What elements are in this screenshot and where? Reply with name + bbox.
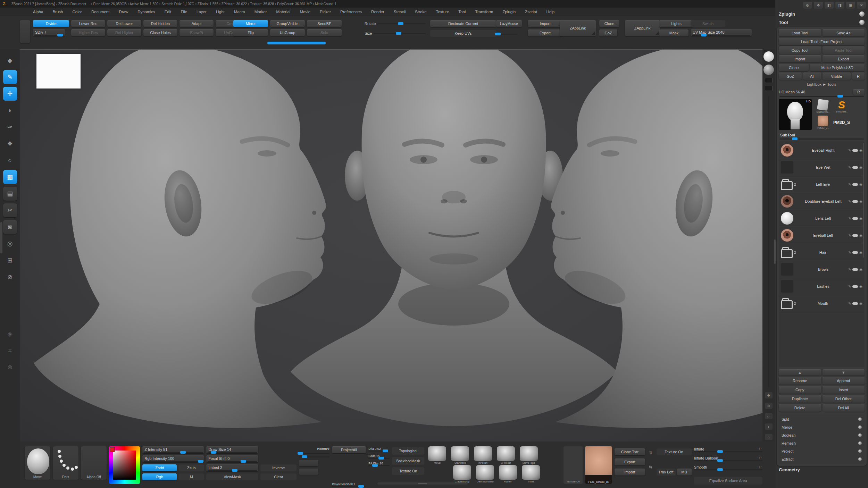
- deformation-handle[interactable]: [717, 459, 723, 462]
- subtool-down-button[interactable]: ▼: [823, 369, 865, 376]
- texture-action-button[interactable]: Export: [615, 458, 645, 465]
- make-polymesh3d-button[interactable]: Make PolyMesh3D: [810, 64, 865, 71]
- masking-toggle-button[interactable]: Topological: [392, 447, 424, 455]
- subtool-thumbnail[interactable]: [781, 195, 793, 208]
- load-tools-from-project-button[interactable]: Load Tools From Project: [779, 38, 865, 45]
- menu-item[interactable]: Movie: [300, 10, 310, 14]
- subtool-row[interactable]: Lens Left ✎ ◉: [779, 210, 864, 227]
- polypaint-toggle[interactable]: [852, 183, 858, 186]
- subtool-thumbnail[interactable]: [781, 300, 793, 309]
- palette-icon[interactable]: ▣: [846, 2, 855, 9]
- subtool-thumbnail[interactable]: [781, 263, 793, 276]
- projection-shell-handle[interactable]: [358, 485, 364, 488]
- geometry-button[interactable]: Close Holes: [143, 29, 177, 36]
- subtool-thumbnail[interactable]: [781, 181, 793, 190]
- focal-shift-slider[interactable]: Focal Shift 0: [206, 455, 258, 462]
- subtool-row[interactable]: 2 Left Eye ✎ ◉: [779, 176, 864, 193]
- polygroup-button[interactable]: Flip: [233, 29, 268, 36]
- left-toolbar-button[interactable]: ✎: [3, 70, 17, 84]
- subtool-thumbnail[interactable]: [781, 280, 793, 293]
- polygroup-button[interactable]: UnGroup: [270, 29, 305, 36]
- menu-item[interactable]: Edit: [165, 10, 172, 14]
- polypaint-toggle[interactable]: [852, 149, 858, 152]
- menu-item[interactable]: Brush: [52, 10, 63, 14]
- menu-item[interactable]: Zscript: [525, 10, 537, 14]
- menu-item[interactable]: Transform: [475, 10, 493, 14]
- rgb-toggle[interactable]: Rgb: [142, 473, 177, 480]
- geometry-palette-header[interactable]: Geometry: [777, 466, 867, 473]
- current-brush-slot[interactable]: Move: [25, 446, 50, 480]
- palette-icon[interactable]: ◧: [825, 2, 834, 9]
- inverse-button[interactable]: Inverse: [260, 464, 297, 471]
- subtool-action-button[interactable]: Del All: [823, 404, 865, 412]
- deformation-handle[interactable]: [717, 468, 723, 471]
- bottom-tray-divider[interactable]: [377, 482, 468, 485]
- visibility-eye-icon[interactable]: ◉: [859, 268, 862, 271]
- subtool-subsection-header[interactable]: Project: [779, 447, 865, 455]
- texture-on-button[interactable]: Texture On: [657, 448, 692, 455]
- mb-button[interactable]: MB: [677, 469, 692, 476]
- menu-item[interactable]: Texture: [436, 10, 449, 14]
- export-button[interactable]: Export: [528, 30, 562, 36]
- menu-item[interactable]: Draw: [119, 10, 128, 14]
- clear-mask-button[interactable]: Clear: [260, 473, 297, 480]
- keep-uvs-toggle[interactable]: Keep UVs: [430, 30, 496, 37]
- zsub-toggle[interactable]: Zsub: [178, 464, 204, 471]
- tray-left-button[interactable]: Tray Left: [657, 469, 676, 476]
- menu-item[interactable]: Stroke: [415, 10, 426, 14]
- copy-tool-button[interactable]: Copy Tool: [779, 47, 821, 54]
- focal-shift-handle[interactable]: [241, 460, 246, 463]
- pen-icon[interactable]: ✎: [848, 166, 851, 169]
- rgb-intensity-handle[interactable]: [198, 460, 203, 463]
- geometry-button[interactable]: Del Higher: [107, 29, 141, 36]
- goz-all-button[interactable]: All: [803, 73, 821, 80]
- palette-icon[interactable]: ✕: [857, 2, 866, 9]
- deformation-slider[interactable]: Smooth · ⁝ ·: [694, 465, 762, 474]
- project-all-button[interactable]: ProjectAll: [332, 446, 366, 453]
- visibility-eye-icon[interactable]: ◉: [859, 183, 862, 186]
- polypaint-toggle[interactable]: [852, 234, 858, 237]
- visibility-eye-icon[interactable]: ◉: [859, 251, 862, 254]
- menu-item[interactable]: Macro: [234, 10, 245, 14]
- brush-thumbnail[interactable]: Flatten: [498, 465, 518, 483]
- flip-vertical-icon[interactable]: ⇅: [649, 451, 652, 455]
- zapplink-props-button[interactable]: ZAppLink: [625, 20, 660, 36]
- polygroup-button[interactable]: SendBF: [307, 20, 342, 27]
- visibility-eye-icon[interactable]: ◉: [859, 285, 862, 288]
- left-toolbar-button[interactable]: ⌗: [3, 344, 17, 357]
- recent-tool-logo[interactable]: S SimpleB..: [833, 99, 851, 114]
- left-toolbar-button[interactable]: ▤: [3, 187, 17, 201]
- imbed-slider[interactable]: Imbed 2: [206, 464, 258, 471]
- load-tool-button[interactable]: Load Tool: [779, 29, 821, 36]
- project-mini-handle[interactable]: [383, 449, 388, 452]
- subtool-subsection-header[interactable]: Boolean: [779, 431, 865, 439]
- rotate-handle[interactable]: [398, 22, 403, 25]
- subtool-row[interactable]: 2 Hair ✎ ◉: [779, 244, 864, 261]
- brush-thumbnail[interactable]: ZProject: [495, 446, 516, 464]
- left-toolbar-button[interactable]: ◈: [3, 327, 17, 341]
- deformation-slider[interactable]: Inflate Balloon · ⁝ ·: [694, 456, 762, 465]
- scroll-icon[interactable]: ✥: [765, 392, 773, 398]
- menu-item[interactable]: Material: [276, 10, 291, 14]
- subtool-thumbnail[interactable]: [781, 249, 793, 258]
- document-canvas[interactable]: [20, 49, 762, 442]
- aa-half-icon[interactable]: ◐: [765, 423, 773, 430]
- subtool-thumbnail[interactable]: [781, 144, 793, 157]
- project-mini-handle[interactable]: [378, 457, 384, 460]
- color-picker-gradient[interactable]: [113, 451, 136, 480]
- shelf-cap-button[interactable]: [20, 20, 30, 43]
- goz-r-button[interactable]: R: [852, 73, 865, 80]
- uv-map-size-slider[interactable]: UV Map Size 2048: [691, 29, 752, 36]
- brush-thumbnail[interactable]: MoveTopo: [518, 446, 539, 464]
- pen-icon[interactable]: ✎: [848, 217, 851, 220]
- menu-item[interactable]: Color: [72, 10, 82, 14]
- menu-item[interactable]: File: [181, 10, 187, 14]
- menu-item[interactable]: Layer: [197, 10, 207, 14]
- projection-shell-slider[interactable]: ProjectionShell 2: [332, 482, 366, 488]
- visibility-eye-icon[interactable]: ◉: [859, 234, 862, 237]
- lazymouse-slider[interactable]: [496, 31, 517, 37]
- color-swatch[interactable]: [765, 78, 773, 83]
- recent-tool-brush[interactable]: CustomS..: [814, 99, 832, 114]
- left-toolbar-button[interactable]: ✛: [3, 87, 17, 101]
- deformation-slider[interactable]: Inflate · ⁝ ·: [694, 447, 762, 456]
